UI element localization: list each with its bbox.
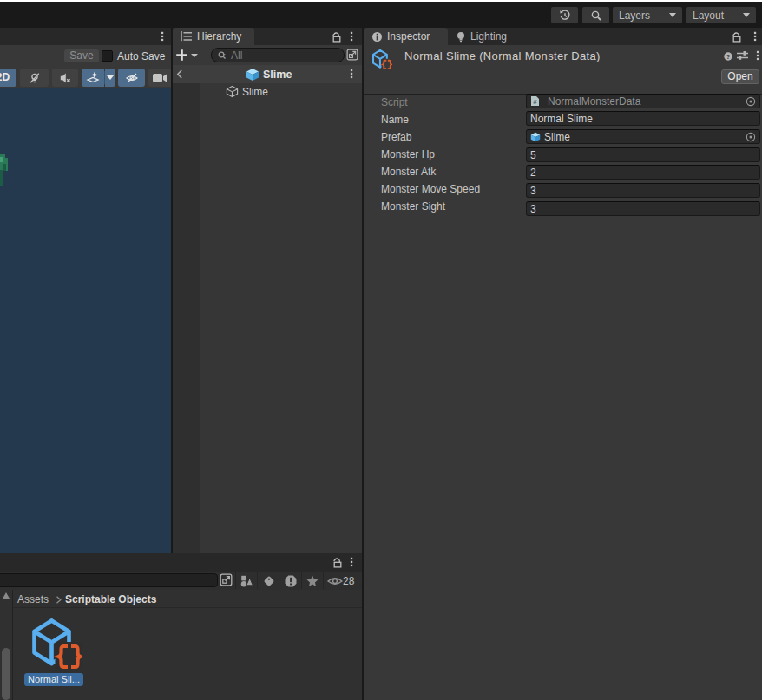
svg-text:#: # xyxy=(533,98,537,106)
svg-text:?: ? xyxy=(726,53,731,61)
